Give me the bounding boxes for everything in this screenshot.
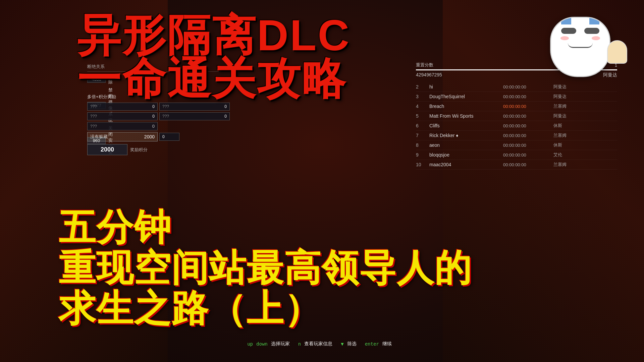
input-special[interactable]: ??? 0	[87, 122, 158, 130]
lb-rank-2: 2	[416, 84, 429, 89]
lb-location-9: 艾伦	[553, 152, 594, 158]
score-reset-label: 重置分数	[416, 62, 433, 68]
lb-rank-4: 4	[416, 104, 429, 109]
nav-key-n: n	[298, 341, 301, 347]
mascot-ear-left	[561, 17, 571, 24]
bottom-nav: up down 选择玩家 n 查看玩家信息 ▼ 筛选 enter 继续	[0, 341, 644, 347]
nav-key-enter: enter	[365, 341, 379, 347]
lb-rank-9: 9	[416, 152, 429, 158]
mascot-eye-right	[584, 28, 599, 34]
lb-player-5: Matt From Wii Sports	[429, 113, 503, 119]
mascot-blush-right	[592, 36, 600, 40]
lb-time-4: 00:00:00:00	[503, 104, 553, 109]
lb-top-score: 4294967295	[416, 72, 442, 78]
lb-player-4: Breach	[429, 104, 503, 109]
nav-label-1: 选择玩家	[271, 341, 290, 347]
lb-rank-7: 7	[416, 133, 429, 138]
title-line1: 异形隔离DLC	[77, 13, 351, 57]
lb-row-8: 8 aeon 00:00:00:00 休斯	[416, 140, 617, 150]
main-layer: 异形隔离DLC 一命通关攻略 五分钟 重现空间站最高领导人的 求生之路（上） 断…	[0, 0, 644, 362]
lb-row-3: 3 DougTheSquirrel 00:00:00:00 阿曼达	[416, 92, 617, 102]
lb-row-10: 10 maac2004 00:00:00:00 兰塞姆	[416, 160, 617, 170]
input-field-1[interactable]: ??? 0	[87, 103, 158, 111]
lb-player-10: maac2004	[429, 162, 503, 167]
lb-row-5: 5 Matt From Wii Sports 00:00:00:00 阿曼达	[416, 111, 617, 121]
lb-location-7: 兰塞姆	[553, 132, 594, 138]
hidden-row: 没有躲藏 2000 0	[87, 132, 230, 141]
subtitle-line1: 五分钟	[59, 207, 472, 247]
lb-player-8: aeon	[429, 142, 503, 148]
subtitle-block: 五分钟 重现空间站最高领导人的 求生之路（上）	[59, 207, 472, 328]
lb-row-7: 7 Rick Dekker ♦ 00:00:00:00 兰塞姆	[416, 131, 617, 140]
leaderboard-panel: 2 hi 00:00:00:00 阿曼达 3 DougTheSquirrel 0…	[416, 82, 617, 170]
nav-label-3: 筛选	[347, 341, 357, 347]
lb-player-9: bloqqsjoe	[429, 152, 503, 158]
input-hidden[interactable]: 没有躲藏 2000	[87, 132, 158, 141]
subtitle-line3: 求生之路（上）	[59, 288, 472, 328]
lb-row-6: 6 Cliffs 00:00:00:00 休斯	[416, 121, 617, 131]
lb-location-8: 休斯	[553, 142, 594, 148]
input-field-3[interactable]: ??? 0	[87, 112, 158, 120]
lb-time-10: 00:00:00:00	[503, 162, 553, 167]
mascot-ear-right	[589, 17, 599, 24]
lb-row-9: 9 bloqqsjoe 00:00:00:00 艾伦	[416, 150, 617, 160]
nav-key-filter: ▼	[341, 341, 343, 347]
lb-time-3: 00:00:00:00	[503, 94, 553, 99]
input-field-4[interactable]: ??? 0	[159, 112, 230, 120]
lb-location-3: 阿曼达	[553, 94, 594, 100]
nav-key-up: up	[247, 341, 253, 347]
lb-time-8: 00:00:00:00	[503, 143, 553, 148]
input-grid: ??? 0 ??? 0 ??? 0 ??? 0	[87, 103, 230, 120]
lb-player-7: Rick Dekker ♦	[429, 133, 503, 138]
input-field-2[interactable]: ??? 0	[159, 103, 230, 111]
lb-player-2: hi	[429, 84, 503, 89]
mascot-mouth	[568, 43, 593, 48]
lb-location-5: 阿曼达	[553, 113, 594, 119]
special-row: ??? 0	[87, 122, 230, 130]
subtitle-line2: 重现空间站最高领导人的	[59, 247, 472, 288]
lb-rank-3: 3	[416, 94, 429, 99]
nav-label-4: 继续	[382, 341, 392, 347]
big-title-overlay: 异形隔离DLC 一命通关攻略	[77, 13, 351, 101]
lb-rank-8: 8	[416, 142, 429, 148]
mascot-blush-left	[560, 36, 569, 40]
nav-key-down: down	[256, 341, 268, 347]
lb-location-4: 兰塞姆	[553, 103, 594, 109]
mascot-thumb-up	[607, 40, 627, 64]
lb-time-2: 00:00:00:00	[503, 84, 553, 89]
mascot-body	[550, 17, 610, 77]
lb-time-5: 00:00:00:00	[503, 114, 553, 119]
mascot-eye-left	[561, 28, 576, 34]
lb-location-10: 兰塞姆	[553, 162, 594, 168]
lb-rank-6: 6	[416, 123, 429, 128]
lb-row-4: 4 Breach 00:00:00:00 兰塞姆	[416, 102, 617, 111]
lb-player-3: DougTheSquirrel	[429, 94, 503, 99]
lb-time-6: 00:00:00:00	[503, 123, 553, 128]
input-zero[interactable]: 0	[159, 133, 179, 141]
lb-rank-10: 10	[416, 162, 429, 167]
lb-rank-5: 5	[416, 113, 429, 119]
lb-player-6: Cliffs	[429, 123, 503, 128]
lb-time-9: 00:00:00:00	[503, 153, 553, 158]
reward-label: 奖励积分	[130, 147, 148, 153]
reward-value: 2000	[87, 144, 127, 155]
lb-location-2: 阿曼达	[553, 84, 594, 90]
title-line2: 一命通关攻略	[77, 57, 351, 101]
lb-location-6: 休斯	[553, 123, 594, 129]
lb-time-7: 00:00:00:00	[503, 133, 553, 138]
nav-label-2: 查看玩家信息	[304, 341, 332, 347]
reward-row: 2000 奖励积分	[87, 144, 230, 155]
mascot	[550, 17, 617, 84]
